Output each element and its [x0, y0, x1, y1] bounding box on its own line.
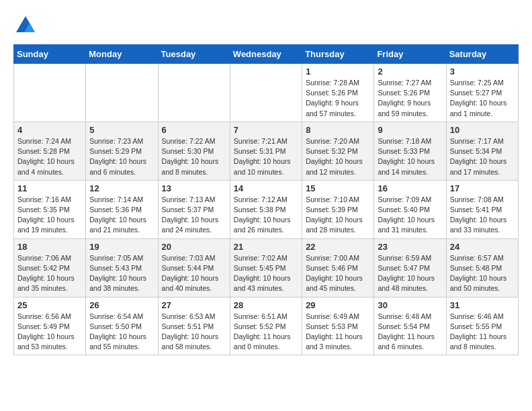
day-info: Sunrise: 7:14 AMSunset: 5:36 PMDaylight:…: [89, 195, 154, 236]
day-number: 22: [306, 242, 370, 252]
calendar-week-row: 1Sunrise: 7:28 AMSunset: 5:26 PMDaylight…: [14, 64, 519, 122]
calendar-cell: 7Sunrise: 7:21 AMSunset: 5:31 PMDaylight…: [230, 122, 302, 180]
calendar-cell: 6Sunrise: 7:22 AMSunset: 5:30 PMDaylight…: [158, 122, 230, 180]
day-info: Sunrise: 7:18 AMSunset: 5:33 PMDaylight:…: [378, 136, 442, 177]
calendar-cell: 10Sunrise: 7:17 AMSunset: 5:34 PMDayligh…: [446, 122, 518, 180]
calendar-cell: [158, 64, 230, 122]
calendar-cell: [14, 64, 86, 122]
day-number: 26: [89, 300, 154, 310]
calendar-week-row: 18Sunrise: 7:06 AMSunset: 5:42 PMDayligh…: [14, 238, 519, 297]
day-number: 14: [234, 183, 298, 193]
calendar-cell: 19Sunrise: 7:05 AMSunset: 5:43 PMDayligh…: [86, 238, 158, 297]
day-of-week-header: Saturday: [446, 45, 518, 64]
calendar-cell: 18Sunrise: 7:06 AMSunset: 5:42 PMDayligh…: [14, 238, 86, 297]
day-of-week-header: Sunday: [14, 45, 86, 64]
day-number: 17: [450, 183, 515, 193]
day-info: Sunrise: 7:25 AMSunset: 5:27 PMDaylight:…: [450, 78, 515, 119]
day-number: 8: [306, 125, 370, 135]
day-number: 11: [17, 183, 82, 193]
calendar-week-row: 4Sunrise: 7:24 AMSunset: 5:28 PMDaylight…: [14, 122, 519, 180]
calendar-cell: 1Sunrise: 7:28 AMSunset: 5:26 PMDaylight…: [302, 64, 374, 122]
calendar-cell: 30Sunrise: 6:48 AMSunset: 5:54 PMDayligh…: [374, 297, 446, 355]
day-number: 5: [89, 125, 154, 135]
day-info: Sunrise: 7:00 AMSunset: 5:46 PMDaylight:…: [306, 253, 370, 294]
day-number: 30: [378, 300, 442, 310]
day-of-week-header: Wednesday: [230, 45, 302, 64]
day-of-week-header: Monday: [86, 45, 158, 64]
day-info: Sunrise: 6:59 AMSunset: 5:47 PMDaylight:…: [378, 253, 442, 294]
day-number: 21: [234, 242, 298, 252]
calendar-cell: 5Sunrise: 7:23 AMSunset: 5:29 PMDaylight…: [86, 122, 158, 180]
day-info: Sunrise: 6:57 AMSunset: 5:48 PMDaylight:…: [450, 253, 515, 294]
calendar-cell: 21Sunrise: 7:02 AMSunset: 5:45 PMDayligh…: [230, 238, 302, 297]
day-number: 15: [306, 183, 370, 193]
day-number: 3: [450, 66, 515, 77]
calendar-cell: 13Sunrise: 7:13 AMSunset: 5:37 PMDayligh…: [158, 180, 230, 238]
day-info: Sunrise: 7:09 AMSunset: 5:40 PMDaylight:…: [378, 195, 442, 236]
calendar-cell: 4Sunrise: 7:24 AMSunset: 5:28 PMDaylight…: [14, 122, 86, 180]
day-number: 9: [378, 125, 442, 135]
day-number: 18: [17, 242, 82, 252]
day-info: Sunrise: 6:56 AMSunset: 5:49 PMDaylight:…: [17, 312, 82, 353]
day-number: 10: [450, 125, 515, 135]
day-of-week-header: Tuesday: [158, 45, 230, 64]
day-number: 16: [378, 183, 442, 193]
day-number: 6: [162, 125, 226, 135]
day-info: Sunrise: 7:02 AMSunset: 5:45 PMDaylight:…: [234, 253, 298, 294]
day-info: Sunrise: 7:16 AMSunset: 5:35 PMDaylight:…: [17, 195, 82, 236]
calendar-cell: 16Sunrise: 7:09 AMSunset: 5:40 PMDayligh…: [374, 180, 446, 238]
calendar-week-row: 25Sunrise: 6:56 AMSunset: 5:49 PMDayligh…: [14, 297, 519, 355]
calendar-cell: 23Sunrise: 6:59 AMSunset: 5:47 PMDayligh…: [374, 238, 446, 297]
day-info: Sunrise: 6:46 AMSunset: 5:55 PMDaylight:…: [450, 312, 515, 353]
calendar-cell: 17Sunrise: 7:08 AMSunset: 5:41 PMDayligh…: [446, 180, 518, 238]
day-info: Sunrise: 7:24 AMSunset: 5:28 PMDaylight:…: [17, 136, 82, 177]
calendar-cell: 22Sunrise: 7:00 AMSunset: 5:46 PMDayligh…: [302, 238, 374, 297]
calendar-cell: 26Sunrise: 6:54 AMSunset: 5:50 PMDayligh…: [86, 297, 158, 355]
calendar-cell: 29Sunrise: 6:49 AMSunset: 5:53 PMDayligh…: [302, 297, 374, 355]
calendar-cell: [230, 64, 302, 122]
day-info: Sunrise: 7:03 AMSunset: 5:44 PMDaylight:…: [162, 253, 226, 294]
day-number: 24: [450, 242, 515, 252]
calendar-cell: 9Sunrise: 7:18 AMSunset: 5:33 PMDaylight…: [374, 122, 446, 180]
calendar-cell: 12Sunrise: 7:14 AMSunset: 5:36 PMDayligh…: [86, 180, 158, 238]
day-number: 29: [306, 300, 370, 310]
day-number: 1: [306, 66, 370, 77]
calendar-cell: 2Sunrise: 7:27 AMSunset: 5:26 PMDaylight…: [374, 64, 446, 122]
day-info: Sunrise: 7:22 AMSunset: 5:30 PMDaylight:…: [162, 136, 226, 177]
day-number: 20: [162, 242, 226, 252]
day-number: 19: [89, 242, 154, 252]
day-number: 7: [234, 125, 298, 135]
day-info: Sunrise: 6:53 AMSunset: 5:51 PMDaylight:…: [162, 312, 226, 353]
calendar-cell: 25Sunrise: 6:56 AMSunset: 5:49 PMDayligh…: [14, 297, 86, 355]
day-number: 2: [378, 66, 442, 77]
day-info: Sunrise: 6:51 AMSunset: 5:52 PMDaylight:…: [234, 312, 298, 353]
logo-icon: [13, 13, 38, 38]
day-info: Sunrise: 7:05 AMSunset: 5:43 PMDaylight:…: [89, 253, 154, 294]
day-info: Sunrise: 7:12 AMSunset: 5:38 PMDaylight:…: [234, 195, 298, 236]
calendar-week-row: 11Sunrise: 7:16 AMSunset: 5:35 PMDayligh…: [14, 180, 519, 238]
calendar-cell: 28Sunrise: 6:51 AMSunset: 5:52 PMDayligh…: [230, 297, 302, 355]
day-info: Sunrise: 7:27 AMSunset: 5:26 PMDaylight:…: [378, 78, 442, 119]
day-info: Sunrise: 6:49 AMSunset: 5:53 PMDaylight:…: [306, 312, 370, 353]
calendar-cell: 11Sunrise: 7:16 AMSunset: 5:35 PMDayligh…: [14, 180, 86, 238]
day-info: Sunrise: 7:17 AMSunset: 5:34 PMDaylight:…: [450, 136, 515, 177]
calendar-cell: 3Sunrise: 7:25 AMSunset: 5:27 PMDaylight…: [446, 64, 518, 122]
day-number: 4: [17, 125, 82, 135]
logo: [13, 13, 40, 38]
day-of-week-header: Friday: [374, 45, 446, 64]
day-info: Sunrise: 6:54 AMSunset: 5:50 PMDaylight:…: [89, 312, 154, 353]
calendar-cell: 20Sunrise: 7:03 AMSunset: 5:44 PMDayligh…: [158, 238, 230, 297]
day-info: Sunrise: 7:28 AMSunset: 5:26 PMDaylight:…: [306, 78, 370, 119]
calendar-cell: 15Sunrise: 7:10 AMSunset: 5:39 PMDayligh…: [302, 180, 374, 238]
day-info: Sunrise: 7:13 AMSunset: 5:37 PMDaylight:…: [162, 195, 226, 236]
day-info: Sunrise: 6:48 AMSunset: 5:54 PMDaylight:…: [378, 312, 442, 353]
day-number: 31: [450, 300, 515, 310]
calendar-table: SundayMondayTuesdayWednesdayThursdayFrid…: [13, 44, 519, 355]
day-info: Sunrise: 7:06 AMSunset: 5:42 PMDaylight:…: [17, 253, 82, 294]
calendar-header-row: SundayMondayTuesdayWednesdayThursdayFrid…: [14, 45, 519, 64]
day-number: 23: [378, 242, 442, 252]
calendar-cell: 8Sunrise: 7:20 AMSunset: 5:32 PMDaylight…: [302, 122, 374, 180]
day-info: Sunrise: 7:21 AMSunset: 5:31 PMDaylight:…: [234, 136, 298, 177]
day-number: 13: [162, 183, 226, 193]
day-of-week-header: Thursday: [302, 45, 374, 64]
